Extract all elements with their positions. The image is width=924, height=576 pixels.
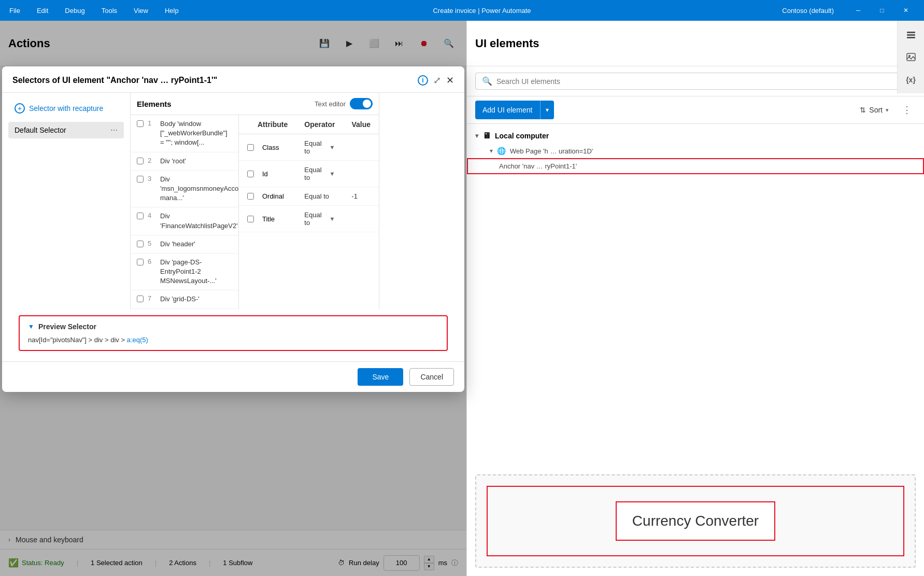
attr-operator-class[interactable]: Equal to ▼ xyxy=(304,139,335,155)
menu-view[interactable]: View xyxy=(131,5,151,17)
tree-local-computer-header[interactable]: ▾ 🖥 Local computer xyxy=(467,128,924,144)
svg-rect-1 xyxy=(907,34,915,36)
app-title: Create invoice | Power Automate xyxy=(182,7,783,15)
attr-operator-id[interactable]: Equal to ▼ xyxy=(304,166,335,181)
tree-webpage-item[interactable]: ▾ 🌐 Web Page 'h … uration=1D' xyxy=(467,144,924,158)
attr-name-class: Class xyxy=(262,144,279,151)
cancel-button[interactable]: Cancel xyxy=(409,368,454,386)
browser-preview-area: Currency Converter xyxy=(475,474,916,568)
globe-icon: 🌐 xyxy=(497,147,506,155)
variables-icon-button[interactable]: {x} xyxy=(902,71,920,89)
search-icon: 🔍 xyxy=(482,76,492,86)
element-checkbox-2[interactable] xyxy=(137,158,144,164)
preview-code: nav[Id="pivotsNav"] > div > div > a:eq(5… xyxy=(28,336,438,344)
element-num-1: 1 xyxy=(148,119,156,127)
element-num-2: 2 xyxy=(148,157,156,164)
selector-with-recapture-button[interactable]: + Selector with recapture xyxy=(8,99,124,118)
element-item-2[interactable]: 2 Div 'root' xyxy=(131,152,238,171)
window-controls[interactable]: ─ □ ✕ xyxy=(846,0,918,21)
attr-header-operator: Operator xyxy=(296,115,343,134)
element-label-7: Div 'grid-DS-' xyxy=(160,294,200,304)
ui-elements-panel: UI elements ✕ 🔍 Add UI element ▾ ⇅ Sort … xyxy=(466,21,924,576)
attr-row-ordinal: Ordinal Equal to xyxy=(239,187,379,206)
element-checkbox-3[interactable] xyxy=(137,176,144,182)
element-label-4: Div 'FinanceWatchlistPageV2' xyxy=(160,212,238,230)
element-item-4[interactable]: 4 Div 'FinanceWatchlistPageV2' xyxy=(131,207,238,235)
selector-dialog: Selectors of UI element "Anchor 'nav … r… xyxy=(2,66,464,392)
ui-elements-search-bar: 🔍 xyxy=(467,66,924,96)
layers-icon-button[interactable] xyxy=(902,25,920,44)
menu-debug[interactable]: Debug xyxy=(62,5,88,17)
title-bar-menu[interactable]: File Edit Debug Tools View Help xyxy=(6,5,182,17)
menu-file[interactable]: File xyxy=(6,5,23,17)
save-button[interactable]: Save xyxy=(358,368,403,386)
preview-chevron-icon[interactable]: ▼ xyxy=(28,323,34,330)
menu-edit[interactable]: Edit xyxy=(34,5,51,17)
add-ui-element-button[interactable]: Add UI element ▾ xyxy=(475,101,554,119)
element-num-3: 3 xyxy=(148,175,156,182)
monitor-icon: 🖥 xyxy=(482,131,491,141)
tree-anchor-item[interactable]: Anchor 'nav … ryPoint1-1' xyxy=(467,158,924,174)
maximize-button[interactable]: □ xyxy=(870,0,894,21)
chevron-down-icon-id: ▼ xyxy=(330,171,335,177)
selector-more-icon[interactable]: ⋯ xyxy=(110,126,118,134)
more-options-button[interactable]: ⋮ xyxy=(898,102,916,118)
attr-header-value: Value xyxy=(343,115,379,134)
dialog-footer: Save Cancel xyxy=(2,361,464,392)
expand-icon[interactable]: ⤢ xyxy=(433,75,441,86)
currency-converter-preview: Currency Converter xyxy=(616,501,775,541)
element-label-1: Body 'window ["_webWorkerBundle"] = ""; … xyxy=(160,119,232,148)
plus-circle-icon: + xyxy=(15,103,25,114)
attr-checkbox-id[interactable] xyxy=(247,171,254,177)
element-checkbox-1[interactable] xyxy=(137,120,144,127)
attributes-panel: Attribute Operator Value xyxy=(239,115,379,309)
local-computer-label: Local computer xyxy=(495,132,549,140)
add-ui-chevron-icon[interactable]: ▾ xyxy=(541,101,554,119)
preview-label: Preview Selector xyxy=(38,322,96,331)
attr-operator-title[interactable]: Equal to ▼ xyxy=(304,211,335,227)
element-checkbox-5[interactable] xyxy=(137,241,144,247)
elements-header-label: Elements xyxy=(137,100,172,108)
element-item-3[interactable]: 3 Div 'msn_logomsnmoneyAccount mana...' xyxy=(131,171,238,208)
preview-code-normal: nav[Id="pivotsNav"] > div > div > xyxy=(28,336,127,344)
attr-checkbox-title[interactable] xyxy=(247,216,254,222)
menu-tools[interactable]: Tools xyxy=(98,5,120,17)
sort-icon: ⇅ xyxy=(860,106,866,114)
tree-local-computer-section: ▾ 🖥 Local computer ▾ 🌐 Web Page 'h … ura… xyxy=(467,128,924,174)
chevron-down-icon: ▼ xyxy=(330,144,335,150)
element-item-6[interactable]: 6 Div 'page-DS-EntryPoint1-2 MSNewsLayou… xyxy=(131,254,238,291)
svg-rect-2 xyxy=(907,37,915,38)
title-bar: File Edit Debug Tools View Help Create i… xyxy=(0,0,924,21)
preview-wrapper: ▼ Preview Selector nav[Id="pivotsNav"] >… xyxy=(2,309,464,361)
info-icon[interactable]: i xyxy=(418,75,428,86)
selector-add-label: Selector with recapture xyxy=(29,104,103,113)
dialog-header: Selectors of UI element "Anchor 'nav … r… xyxy=(2,66,464,93)
attr-row-id: Id Equal to ▼ xyxy=(239,161,379,187)
element-item-1[interactable]: 1 Body 'window ["_webWorkerBundle"] = ""… xyxy=(131,115,238,152)
dialog-close-button[interactable]: ✕ xyxy=(446,75,454,86)
attr-row-title: Title Equal to ▼ xyxy=(239,206,379,232)
element-item-5[interactable]: 5 Div 'header' xyxy=(131,235,238,254)
close-button[interactable]: ✕ xyxy=(894,0,918,21)
text-editor-toggle[interactable] xyxy=(350,98,373,109)
ui-elements-title: UI elements xyxy=(475,37,901,50)
element-num-6: 6 xyxy=(148,258,156,265)
element-checkbox-7[interactable] xyxy=(137,296,144,302)
sort-button[interactable]: ⇅ Sort ▾ xyxy=(855,103,894,117)
search-ui-elements-input[interactable] xyxy=(496,77,909,86)
menu-help[interactable]: Help xyxy=(162,5,182,17)
elements-area: Elements Text editor xyxy=(131,93,379,309)
tree-chevron-local: ▾ xyxy=(475,132,478,139)
attr-checkbox-ordinal[interactable] xyxy=(247,193,254,200)
image-icon-button[interactable] xyxy=(902,48,920,66)
minimize-button[interactable]: ─ xyxy=(846,0,870,21)
element-checkbox-4[interactable] xyxy=(137,213,144,219)
attr-value-ordinal: -1 xyxy=(351,192,358,200)
ui-elements-toolbar: Add UI element ▾ ⇅ Sort ▾ ⋮ xyxy=(467,96,924,124)
attr-checkbox-class[interactable] xyxy=(247,144,254,151)
element-item-7[interactable]: 7 Div 'grid-DS-' xyxy=(131,290,238,308)
element-checkbox-6[interactable] xyxy=(137,259,144,265)
add-ui-element-label[interactable]: Add UI element xyxy=(475,101,540,119)
default-selector-item[interactable]: Default Selector ⋯ xyxy=(8,122,124,138)
attr-operator-ordinal: Equal to xyxy=(304,192,335,200)
